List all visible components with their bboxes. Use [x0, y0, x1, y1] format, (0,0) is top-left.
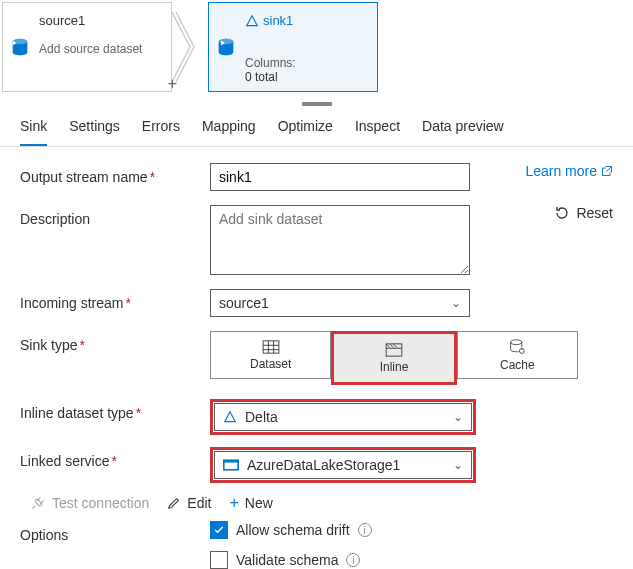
- tab-sink[interactable]: Sink: [20, 118, 47, 146]
- options-label: Options: [20, 521, 210, 543]
- columns-value: 0 total: [245, 70, 367, 84]
- delta-icon: [245, 14, 259, 28]
- pencil-icon: [167, 496, 181, 510]
- cache-icon: [509, 339, 525, 355]
- inline-dataset-type-select[interactable]: Delta ⌄: [214, 403, 472, 431]
- description-input[interactable]: [210, 205, 470, 275]
- source-subtitle: Add source dataset: [39, 42, 161, 56]
- linked-service-label: Linked service*: [20, 447, 210, 469]
- tab-settings[interactable]: Settings: [69, 118, 120, 146]
- sink-type-inline[interactable]: Inline: [334, 334, 453, 382]
- flow-diagram: source1 Add source dataset + sink1 Colum…: [0, 0, 633, 92]
- description-label: Description: [20, 205, 210, 227]
- validate-schema-checkbox[interactable]: [210, 551, 228, 569]
- database-icon: [215, 37, 237, 62]
- database-icon: [9, 37, 31, 62]
- add-step-icon[interactable]: +: [168, 75, 177, 93]
- tab-errors[interactable]: Errors: [142, 118, 180, 146]
- external-link-icon: [601, 165, 613, 177]
- output-stream-label: Output stream name*: [20, 163, 210, 185]
- edit-button[interactable]: Edit: [167, 495, 211, 511]
- tab-mapping[interactable]: Mapping: [202, 118, 256, 146]
- source-title: source1: [39, 13, 161, 28]
- delta-icon: [223, 410, 237, 424]
- info-icon[interactable]: i: [358, 523, 372, 537]
- plug-icon: [30, 495, 46, 511]
- sink-form: Output stream name* Learn more Descripti…: [0, 147, 633, 569]
- linked-service-select[interactable]: AzureDataLakeStorage1 ⌄: [214, 451, 472, 479]
- check-icon: [213, 524, 225, 536]
- sink-type-cache[interactable]: Cache: [457, 331, 578, 379]
- tab-data-preview[interactable]: Data preview: [422, 118, 504, 146]
- plus-icon: +: [229, 495, 238, 511]
- storage-icon: [223, 459, 239, 471]
- inline-dataset-type-label: Inline dataset type*: [20, 399, 210, 421]
- svg-point-3: [219, 39, 234, 45]
- chevron-down-icon: ⌄: [451, 296, 461, 310]
- sink-node[interactable]: sink1 Columns: 0 total: [208, 2, 378, 92]
- reset-button[interactable]: Reset: [554, 205, 613, 221]
- new-button[interactable]: + New: [229, 495, 272, 511]
- learn-more-link[interactable]: Learn more: [525, 163, 613, 179]
- inline-icon: [385, 343, 403, 357]
- tab-bar: Sink Settings Errors Mapping Optimize In…: [0, 106, 633, 147]
- incoming-stream-select[interactable]: source1 ⌄: [210, 289, 470, 317]
- svg-point-6: [511, 339, 522, 344]
- validate-schema-label: Validate schema: [236, 552, 338, 568]
- source-node[interactable]: source1 Add source dataset +: [2, 2, 172, 92]
- svg-rect-4: [263, 340, 279, 352]
- test-connection-button: Test connection: [30, 495, 149, 511]
- info-icon[interactable]: i: [346, 553, 360, 567]
- sink-title: sink1: [263, 13, 293, 28]
- allow-schema-drift-checkbox[interactable]: [210, 521, 228, 539]
- output-stream-input[interactable]: [210, 163, 470, 191]
- reset-icon: [554, 205, 570, 221]
- columns-label: Columns:: [245, 56, 367, 70]
- allow-schema-drift-label: Allow schema drift: [236, 522, 350, 538]
- tab-optimize[interactable]: Optimize: [278, 118, 333, 146]
- incoming-stream-label: Incoming stream*: [20, 289, 210, 311]
- grid-icon: [262, 340, 280, 354]
- chevron-down-icon: ⌄: [453, 410, 463, 424]
- flow-connector: [172, 2, 208, 92]
- tab-inspect[interactable]: Inspect: [355, 118, 400, 146]
- sink-type-label: Sink type*: [20, 331, 210, 353]
- sink-type-dataset[interactable]: Dataset: [210, 331, 331, 379]
- svg-rect-9: [225, 463, 238, 469]
- chevron-down-icon: ⌄: [453, 458, 463, 472]
- sink-type-group: Dataset Inline Cache: [210, 331, 578, 385]
- sink-title-row: sink1: [245, 13, 367, 28]
